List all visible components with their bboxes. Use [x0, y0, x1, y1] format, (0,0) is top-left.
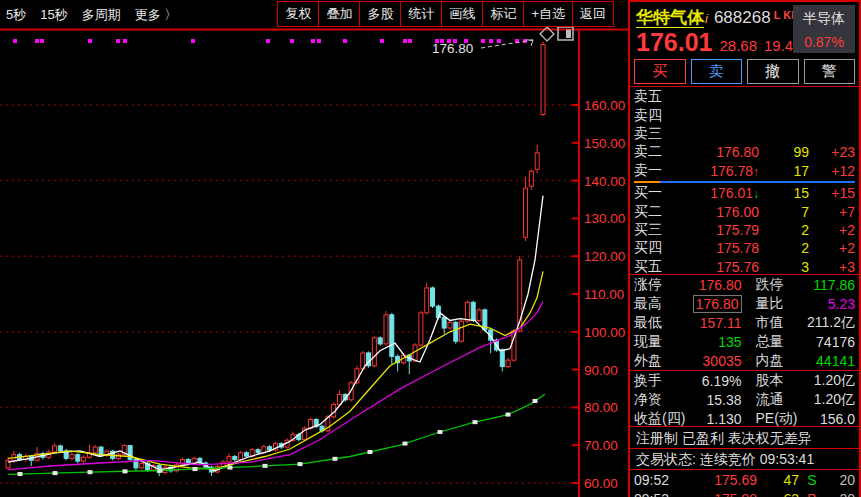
tick-time: 09:53 — [634, 491, 682, 497]
bid-row-4[interactable]: 买四175.782+2 — [634, 239, 855, 257]
multi-stock-button[interactable]: 多股 — [359, 1, 401, 27]
level-label: 卖三 — [634, 125, 678, 143]
sector-badge[interactable]: 半导体 0.87% — [793, 5, 855, 53]
sell-button[interactable]: 卖 — [691, 59, 743, 84]
ask-row-3[interactable]: 卖三 — [634, 125, 855, 143]
stat-value: 6.19% — [686, 373, 742, 389]
svg-text:90.00: 90.00 — [584, 363, 618, 378]
stat-label: 外盘 — [634, 352, 686, 370]
level-price: 175.79 — [678, 222, 759, 238]
stat-value: 44141 — [800, 353, 856, 369]
level-price: 176.78↑ — [678, 163, 759, 179]
level-label: 买四 — [634, 239, 678, 257]
trade-buttons-row: 买卖撤警 — [630, 57, 859, 86]
level-label: 卖四 — [634, 107, 678, 125]
level-volume: 17 — [759, 163, 809, 179]
overlay-button[interactable]: 叠加 — [318, 1, 360, 27]
tick-row: 09:53175.9863B20 — [634, 489, 855, 497]
stat-label: 净资 — [634, 391, 686, 409]
period-15s-button[interactable]: 15秒 — [40, 6, 67, 24]
stat-label: 现量 — [634, 333, 686, 351]
svg-text:140.00: 140.00 — [584, 174, 625, 189]
tick-price: 175.98 — [682, 491, 757, 497]
tick-time: 09:52 — [634, 472, 682, 488]
quote-panel: 华特气体i688268L KR 176.0128.6819.47% 半导体 0.… — [628, 0, 861, 497]
svg-text:110.00: 110.00 — [584, 287, 624, 302]
ask-row-5[interactable]: 卖五 — [634, 88, 855, 106]
more-button[interactable]: 更多 〉 — [135, 6, 178, 24]
level-volume: 99 — [759, 144, 809, 160]
alert-button[interactable]: 警 — [804, 59, 856, 84]
candlestick-chart[interactable]: 160.00150.00140.00130.00120.00110.00100.… — [0, 0, 628, 497]
bid-row-1[interactable]: 买一176.01↓15+15 — [634, 184, 855, 202]
level-label: 买一 — [634, 184, 678, 202]
tick-list[interactable]: 09:52175.6947S2009:53175.9863B20 — [630, 469, 859, 497]
level-label: 卖二 — [634, 143, 678, 161]
stat-value: 211.2亿 — [800, 314, 856, 332]
stats-block-2: 换手6.19%股本1.20亿净资15.38流通1.20亿收益(四)1.130PE… — [630, 370, 859, 426]
draw-line-button[interactable]: 画线 — [441, 1, 483, 27]
stock-name-row: 华特气体i688268L KR — [636, 6, 799, 29]
tools-toolbar: 复权叠加多股统计画线标记+自选返回 — [278, 1, 614, 27]
stat-row: 涨停176.80跌停117.86 — [634, 276, 855, 295]
level-volume: 2 — [759, 222, 809, 238]
ma-green — [8, 394, 545, 474]
stat-row: 换手6.19%股本1.20亿 — [634, 372, 855, 391]
tick-volume: 47 — [757, 472, 799, 488]
stat-label: 总量 — [742, 333, 800, 351]
stat-label: 量比 — [742, 295, 800, 313]
svg-text:70.00: 70.00 — [584, 438, 618, 453]
level-delta: +3 — [809, 259, 855, 275]
buy-button[interactable]: 买 — [634, 59, 686, 84]
bid-ask-divider — [634, 181, 855, 183]
info-icon[interactable]: i — [705, 11, 708, 26]
level-price: 176.01↓ — [678, 185, 759, 201]
statistics-button[interactable]: 统计 — [400, 1, 442, 27]
level-delta: +2 — [809, 222, 855, 238]
level-price: 175.76 — [678, 259, 759, 275]
bid-row-3[interactable]: 买三175.792+2 — [634, 221, 855, 239]
multi-period-button[interactable]: 多周期 — [82, 6, 121, 24]
level-label: 买二 — [634, 203, 678, 221]
stat-label: 最低 — [634, 314, 686, 332]
level-delta: +12 — [809, 163, 855, 179]
svg-text:80.00: 80.00 — [584, 400, 618, 415]
tick-side: B — [799, 491, 825, 497]
stock-header: 华特气体i688268L KR 176.0128.6819.47% 半导体 0.… — [630, 2, 859, 57]
mark-button[interactable]: 标记 — [482, 1, 524, 27]
level-volume: 15 — [759, 185, 809, 201]
bid-row-2[interactable]: 买二176.007+7 — [634, 202, 855, 220]
ask-row-2[interactable]: 卖二176.8099+23 — [634, 143, 855, 161]
price-row: 176.0128.6819.47% — [636, 28, 815, 57]
stats-block-1: 涨停176.80跌停117.86最高176.80量比5.23最低157.11市值… — [630, 274, 859, 370]
stat-label: 股本 — [742, 372, 800, 390]
stat-label: 跌停 — [742, 276, 800, 294]
stat-value: 5.23 — [800, 296, 856, 312]
level-label: 卖五 — [634, 88, 678, 106]
stat-row: 最高176.80量比5.23 — [634, 295, 855, 314]
level-price: 176.80 — [678, 144, 759, 160]
cancel-button[interactable]: 撤 — [747, 59, 799, 84]
level-price: 175.78 — [678, 240, 759, 256]
tick-side: S — [799, 472, 825, 488]
level-label: 卖一 — [634, 162, 678, 180]
trading-status-line: 交易状态: 连续竞价 09:53:41 — [630, 448, 859, 469]
order-book: 卖五卖四卖三卖二176.8099+23卖一176.78↑17+12买一176.0… — [630, 86, 859, 274]
stat-value: 176.80 — [686, 296, 742, 312]
ask-row-4[interactable]: 卖四 — [634, 106, 855, 124]
stat-value: 1.20亿 — [800, 391, 856, 409]
ask-row-1[interactable]: 卖一176.78↑17+12 — [634, 162, 855, 180]
adjust-price-button[interactable]: 复权 — [277, 1, 319, 27]
level-volume: 2 — [759, 240, 809, 256]
stat-label: 市值 — [742, 314, 800, 332]
stat-value: 157.11 — [686, 315, 742, 331]
level-delta: +7 — [809, 204, 855, 220]
last-price: 176.01 — [636, 28, 712, 56]
back-button[interactable]: 返回 — [572, 1, 614, 27]
stat-row: 最低157.11市值211.2亿 — [634, 314, 855, 333]
stat-label: 涨停 — [634, 276, 686, 294]
period-5s-button[interactable]: 5秒 — [6, 6, 26, 24]
stock-name[interactable]: 华特气体 — [636, 8, 704, 28]
add-watchlist-button[interactable]: +自选 — [523, 1, 573, 27]
svg-text:150.00: 150.00 — [584, 136, 625, 151]
